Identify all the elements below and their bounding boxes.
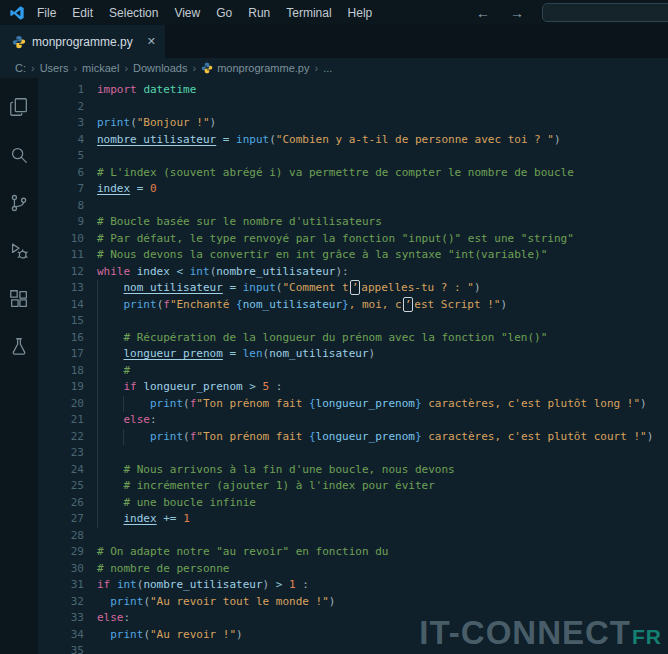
line-number[interactable]: 35 bbox=[38, 643, 97, 654]
code-line[interactable]: 35 bbox=[38, 643, 668, 654]
line-number[interactable]: 32 bbox=[38, 594, 97, 611]
line-number[interactable]: 31 bbox=[38, 577, 97, 594]
breadcrumb-more[interactable]: ... bbox=[323, 62, 332, 74]
line-number[interactable]: 6 bbox=[38, 165, 97, 182]
code-line[interactable]: 27 index += 1 bbox=[38, 511, 668, 528]
code-line[interactable]: 1import datetime bbox=[38, 82, 668, 99]
source-control-icon[interactable] bbox=[0, 182, 38, 224]
code-line[interactable]: 8 bbox=[38, 198, 668, 215]
code-line[interactable]: 11# Nous devons la convertir en int grâc… bbox=[38, 247, 668, 264]
menu-run[interactable]: Run bbox=[240, 6, 278, 20]
code-line[interactable]: 34 print("Au revoir !") bbox=[38, 627, 668, 644]
line-number[interactable]: 14 bbox=[38, 297, 97, 314]
code-line[interactable]: 32 print("Au revoir tout le monde !") bbox=[38, 594, 668, 611]
code-line[interactable]: 16 # Récupération de la longueur du prén… bbox=[38, 330, 668, 347]
line-number[interactable]: 3 bbox=[38, 115, 97, 132]
code-line[interactable]: 17 longueur_prenom = len(nom_utilisateur… bbox=[38, 346, 668, 363]
menu-selection[interactable]: Selection bbox=[101, 6, 166, 20]
line-number[interactable]: 2 bbox=[38, 99, 97, 116]
line-number[interactable]: 1 bbox=[38, 82, 97, 99]
code-line[interactable]: 12while index < int(nombre_utilisateur): bbox=[38, 264, 668, 281]
menu-terminal[interactable]: Terminal bbox=[278, 6, 339, 20]
code-line[interactable]: 28 bbox=[38, 528, 668, 545]
code-line[interactable]: 10# Par défaut, le type renvoyé par la f… bbox=[38, 231, 668, 248]
line-number[interactable]: 27 bbox=[38, 511, 97, 528]
code-line[interactable]: 29# On adapte notre "au revoir" en fonct… bbox=[38, 544, 668, 561]
line-number[interactable]: 10 bbox=[38, 231, 97, 248]
code-line[interactable]: 3print("Bonjour !") bbox=[38, 115, 668, 132]
code-line[interactable]: 24 # Nous arrivons à la fin d'une boucle… bbox=[38, 462, 668, 479]
code-line[interactable]: 23 bbox=[38, 445, 668, 462]
line-number[interactable]: 5 bbox=[38, 148, 97, 165]
line-number[interactable]: 33 bbox=[38, 610, 97, 627]
line-number[interactable]: 11 bbox=[38, 247, 97, 264]
nav-forward-icon[interactable]: → bbox=[510, 5, 524, 21]
code-line[interactable]: 2 bbox=[38, 99, 668, 116]
line-number[interactable]: 16 bbox=[38, 330, 97, 347]
line-number[interactable]: 22 bbox=[38, 429, 97, 446]
code-line[interactable]: 9# Boucle basée sur le nombre d'utilisat… bbox=[38, 214, 668, 231]
breadcrumb-item[interactable]: Users bbox=[40, 62, 69, 74]
code-line[interactable]: 25 # incrémenter (ajouter 1) à l'index p… bbox=[38, 478, 668, 495]
tab-monprogramme[interactable]: monprogramme.py ✕ bbox=[0, 25, 165, 58]
code-line[interactable]: 13 nom_utilisateur = input("Comment t’ap… bbox=[38, 280, 668, 297]
code-line[interactable]: 21 else: bbox=[38, 412, 668, 429]
breadcrumb-item[interactable]: mickael bbox=[82, 62, 119, 74]
breadcrumb-item[interactable]: Downloads bbox=[133, 62, 187, 74]
line-number[interactable]: 4 bbox=[38, 132, 97, 149]
line-number[interactable]: 29 bbox=[38, 544, 97, 561]
code-line[interactable]: 5 bbox=[38, 148, 668, 165]
line-number[interactable]: 28 bbox=[38, 528, 97, 545]
code-line[interactable]: 15 bbox=[38, 313, 668, 330]
breadcrumb-item[interactable]: C: bbox=[15, 62, 26, 74]
line-number[interactable]: 30 bbox=[38, 561, 97, 578]
line-number[interactable]: 20 bbox=[38, 396, 97, 413]
code-line[interactable]: 7index = 0 bbox=[38, 181, 668, 198]
menu-view[interactable]: View bbox=[166, 6, 208, 20]
line-number[interactable]: 13 bbox=[38, 280, 97, 297]
extensions-icon[interactable] bbox=[0, 278, 38, 320]
line-number[interactable]: 15 bbox=[38, 313, 97, 330]
code-line[interactable]: 4nombre_utilisateur = input("Combien y a… bbox=[38, 132, 668, 149]
line-number[interactable]: 8 bbox=[38, 198, 97, 215]
line-number[interactable]: 18 bbox=[38, 363, 97, 380]
token-com: # Boucle basée sur le nombre d'utilisate… bbox=[97, 215, 382, 228]
line-number[interactable]: 24 bbox=[38, 462, 97, 479]
line-number[interactable]: 34 bbox=[38, 627, 97, 644]
command-search-box[interactable] bbox=[542, 3, 668, 22]
code-line[interactable]: 18 # bbox=[38, 363, 668, 380]
code-line[interactable]: 6# L'index (souvent abrégé i) va permett… bbox=[38, 165, 668, 182]
chevron-right-icon: › bbox=[73, 62, 77, 74]
code-line[interactable]: 30# nombre de personne bbox=[38, 561, 668, 578]
code-line[interactable]: 19 if longueur_prenom > 5 : bbox=[38, 379, 668, 396]
menu-edit[interactable]: Edit bbox=[64, 6, 101, 20]
menu-file[interactable]: File bbox=[29, 6, 64, 20]
testing-icon[interactable] bbox=[0, 326, 38, 368]
code-line[interactable]: 14 print(f"Enchanté {nom_utilisateur}, m… bbox=[38, 297, 668, 314]
breadcrumb-file[interactable]: monprogramme.py bbox=[217, 62, 309, 74]
indent-guide bbox=[97, 363, 98, 380]
line-number[interactable]: 21 bbox=[38, 412, 97, 429]
explorer-icon[interactable] bbox=[0, 86, 38, 128]
code-line-content: # L'index (souvent abrégé i) va permettr… bbox=[97, 165, 668, 182]
line-number[interactable]: 26 bbox=[38, 495, 97, 512]
code-line[interactable]: 22 print(f"Ton prénom fait {longueur_pre… bbox=[38, 429, 668, 446]
line-number[interactable]: 17 bbox=[38, 346, 97, 363]
run-debug-icon[interactable] bbox=[0, 230, 38, 272]
line-number[interactable]: 12 bbox=[38, 264, 97, 281]
search-icon[interactable] bbox=[0, 134, 38, 176]
close-icon[interactable]: ✕ bbox=[147, 35, 156, 48]
code-line[interactable]: 26 # une boucle infinie bbox=[38, 495, 668, 512]
code-line[interactable]: 31if int(nombre_utilisateur) > 1 : bbox=[38, 577, 668, 594]
menu-help[interactable]: Help bbox=[340, 6, 381, 20]
code-editor[interactable]: 1import datetime23print("Bonjour !")4nom… bbox=[38, 78, 668, 654]
line-number[interactable]: 23 bbox=[38, 445, 97, 462]
menu-go[interactable]: Go bbox=[208, 6, 240, 20]
code-line[interactable]: 33else: bbox=[38, 610, 668, 627]
line-number[interactable]: 19 bbox=[38, 379, 97, 396]
code-line[interactable]: 20 print(f"Ton prénom fait {longueur_pre… bbox=[38, 396, 668, 413]
nav-back-icon[interactable]: ← bbox=[476, 5, 490, 21]
line-number[interactable]: 7 bbox=[38, 181, 97, 198]
line-number[interactable]: 25 bbox=[38, 478, 97, 495]
line-number[interactable]: 9 bbox=[38, 214, 97, 231]
